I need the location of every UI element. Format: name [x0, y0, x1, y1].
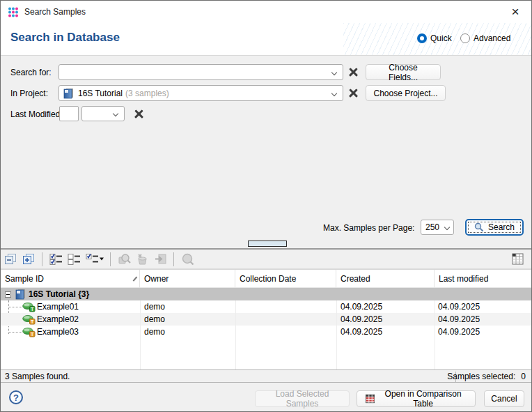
search-button[interactable]: Search	[465, 219, 524, 236]
radio-quick-label: Quick	[430, 33, 452, 43]
sample-icon: T	[22, 327, 36, 339]
table-row[interactable]: T Example01 demo 04.09.2025 04.09.2025	[1, 300, 531, 313]
collapse-group-icon[interactable]	[5, 291, 11, 298]
cell-owner: demo	[144, 300, 233, 313]
cell-collection-date	[240, 326, 334, 338]
window-title: Search Samples	[24, 7, 86, 17]
cell-last-modified: 04.09.2025	[438, 300, 529, 313]
column-header-owner[interactable]: Owner	[140, 270, 235, 288]
in-project-value: 16S Tutorial	[78, 89, 123, 98]
results-toolbar	[1, 250, 531, 269]
cell-created: 04.09.2025	[341, 313, 431, 326]
cell-created: 04.09.2025	[341, 300, 431, 313]
svg-text:T: T	[31, 332, 33, 337]
cell-created: 04.09.2025	[341, 326, 431, 338]
last-modified-input[interactable]	[59, 106, 79, 121]
column-header-collection-date[interactable]: Collection Date	[235, 270, 336, 288]
table-header: Sample ID Owner Collection Date Created …	[1, 270, 531, 288]
radio-advanced-label: Advanced	[474, 33, 510, 43]
column-label: Owner	[144, 274, 169, 284]
radio-advanced-circle-icon	[460, 33, 470, 43]
expand-all-icon[interactable]	[22, 252, 36, 266]
chevron-down-icon[interactable]	[113, 111, 118, 116]
header-zone: Search in Database Quick Advanced	[1, 23, 531, 56]
toolbar-separator	[42, 252, 42, 266]
samples-selected-value: 0	[521, 372, 526, 381]
max-samples-label: Max. Samples per Page:	[323, 223, 414, 233]
column-label: Sample ID	[5, 274, 44, 284]
samples-selected-label: Samples selected:	[447, 372, 515, 381]
in-project-label: In Project:	[10, 89, 48, 98]
search-for-combobox[interactable]	[58, 64, 343, 80]
discard-search-icon	[135, 252, 149, 266]
help-icon[interactable]: ?	[9, 390, 23, 404]
choose-project-button[interactable]: Choose Project...	[366, 85, 446, 101]
chevron-down-icon[interactable]	[444, 224, 450, 230]
svg-text:T: T	[31, 307, 33, 312]
magnifier-icon	[474, 222, 484, 232]
clear-project-icon[interactable]	[348, 88, 359, 98]
cell-sample-id: Example03	[37, 326, 138, 338]
open-in-comparison-table-label: Open in Comparison Table	[380, 389, 467, 409]
table-row[interactable]: T Example02 demo 04.09.2025 04.09.2025	[1, 313, 531, 326]
table-row[interactable]: T Example03 demo 04.09.2025 04.09.2025	[1, 326, 531, 338]
radio-quick[interactable]: Quick	[417, 33, 452, 43]
search-button-label: Search	[488, 222, 515, 232]
footer-bar: ? Load Selected Samples Open in Comparis…	[1, 383, 531, 412]
last-modified-label: Last Modified:	[10, 109, 63, 119]
max-samples-select[interactable]: 250	[421, 220, 454, 235]
clear-last-modified-icon[interactable]	[134, 109, 144, 119]
toolbar-separator	[110, 252, 111, 266]
project-group-row[interactable]: 16S Tutorial {3}	[1, 288, 531, 300]
column-label: Last modified	[439, 274, 488, 284]
chevron-down-icon[interactable]	[331, 70, 337, 75]
cell-last-modified: 04.09.2025	[438, 313, 529, 326]
cell-collection-date	[240, 313, 334, 326]
column-header-created[interactable]: Created	[336, 270, 435, 288]
svg-text:T: T	[31, 319, 33, 324]
find-in-results-icon	[117, 252, 131, 266]
cancel-label: Cancel	[491, 394, 517, 404]
column-label: Created	[341, 274, 370, 284]
cell-collection-date	[240, 300, 334, 313]
choose-fields-button[interactable]: Choose Fields...	[366, 64, 441, 80]
column-chooser-icon[interactable]	[510, 252, 524, 266]
collapse-all-icon[interactable]	[3, 252, 17, 266]
load-selected-samples-button[interactable]: Load Selected Samples	[255, 390, 350, 407]
search-samples-dialog: Search Samples × Search in Database Quic…	[0, 0, 532, 412]
in-project-combobox[interactable]: 16S Tutorial (3 samples)	[58, 85, 343, 101]
radio-advanced[interactable]: Advanced	[460, 33, 510, 43]
column-header-last-modified[interactable]: Last modified	[435, 270, 532, 288]
splitter-handle[interactable]	[248, 241, 287, 247]
search-for-label: Search for:	[10, 68, 52, 77]
selection-menu-icon[interactable]	[85, 252, 104, 266]
toolbar-separator	[173, 252, 174, 266]
comparison-table-icon	[366, 394, 375, 404]
column-header-sample-id[interactable]: Sample ID	[1, 270, 140, 288]
chevron-down-icon[interactable]	[331, 91, 337, 96]
status-bar: 3 Samples found. Samples selected: 0	[1, 369, 531, 383]
select-all-icon[interactable]	[49, 252, 63, 266]
app-logo-icon	[8, 6, 19, 17]
close-icon[interactable]: ×	[499, 1, 531, 23]
results-table: Sample ID Owner Collection Date Created …	[1, 269, 531, 369]
sort-ascending-icon	[133, 276, 137, 281]
deselect-all-icon[interactable]	[67, 252, 81, 266]
cell-owner: demo	[144, 326, 233, 338]
cell-owner: demo	[144, 313, 233, 326]
cell-sample-id: Example01	[37, 300, 138, 313]
choose-project-label: Choose Project...	[373, 89, 437, 98]
max-samples-value: 250	[425, 222, 439, 232]
open-in-comparison-table-button[interactable]: Open in Comparison Table	[357, 390, 476, 407]
last-modified-unit-select[interactable]	[81, 106, 125, 121]
column-label: Collection Date	[240, 274, 296, 284]
page-title: Search in Database	[10, 31, 120, 45]
load-selected-samples-label: Load Selected Samples	[264, 389, 341, 409]
radio-quick-circle-icon	[417, 33, 427, 43]
project-icon	[15, 289, 26, 300]
cell-sample-id: Example02	[37, 313, 138, 326]
clear-search-icon[interactable]	[348, 67, 359, 77]
cancel-button[interactable]: Cancel	[484, 390, 524, 407]
database-search-icon	[180, 252, 194, 266]
project-icon	[63, 88, 74, 99]
